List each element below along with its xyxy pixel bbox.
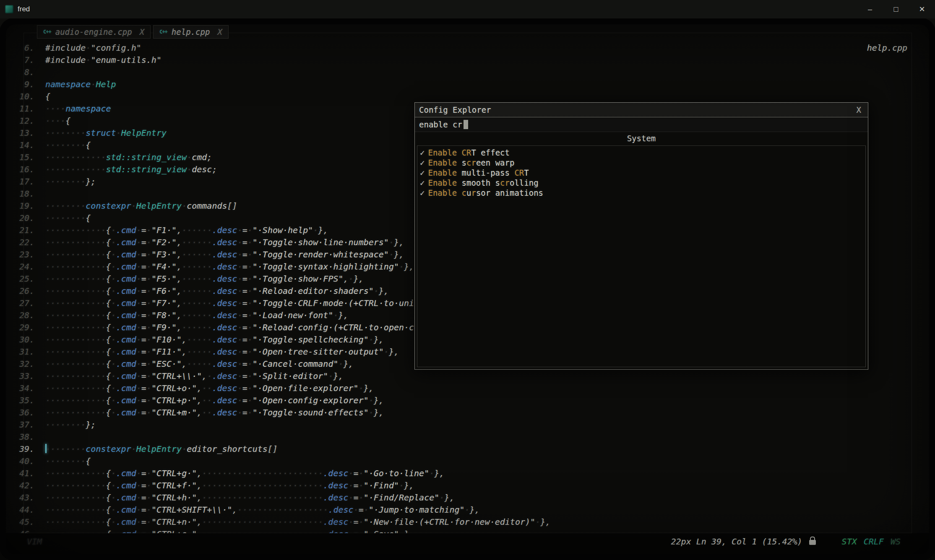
minimize-button[interactable]: –	[857, 0, 883, 18]
window-controls: – □ ✕	[857, 0, 935, 18]
code-token: ·	[237, 310, 242, 320]
code-token: ,	[177, 249, 182, 259]
code-token: ·	[111, 286, 116, 296]
line-number: 30.	[8, 334, 34, 346]
config-option[interactable]: ✓Enable screen warp	[418, 158, 865, 168]
code-token: .cmd	[116, 359, 136, 369]
config-option[interactable]: ✓Enable cursor animations	[418, 188, 865, 198]
popup-title: Config Explorer	[419, 105, 491, 114]
code-token: .cmd	[116, 517, 136, 527]
code-line[interactable]: 38.	[8, 431, 550, 443]
code-token: .desc	[212, 262, 237, 272]
code-line[interactable]: 10.{	[8, 91, 550, 103]
code-token: ·	[247, 322, 253, 332]
code-token: "CTRL+SHIFT+\\·"	[151, 505, 232, 515]
code-line[interactable]: 9.namespace·Help	[8, 78, 550, 91]
code-token: ·	[136, 468, 141, 478]
code-token: ·	[465, 505, 470, 515]
code-line-text: ············{·.cmd·=·"F11·",·····.desc·=…	[34, 346, 399, 358]
lock-icon	[809, 540, 816, 545]
code-token: ·	[111, 517, 116, 527]
code-line[interactable]: 34.············{·.cmd·=·"CTRL+o·",··.des…	[8, 382, 550, 394]
code-token: ,	[177, 286, 182, 296]
code-token: []	[227, 201, 237, 211]
code-token: .cmd	[116, 383, 136, 393]
config-label-segment	[457, 188, 461, 197]
tab-close-icon[interactable]: X	[140, 27, 144, 36]
code-token: ··	[202, 383, 212, 393]
checkbox-checked-icon: ✓	[420, 148, 425, 157]
line-number: 10.	[8, 91, 34, 103]
code-line[interactable]: 42.············{·.cmd·=·"CTRL+f·",······…	[8, 480, 550, 492]
code-line[interactable]: 43.············{·.cmd·=·"CTRL+h·",······…	[8, 492, 550, 504]
code-token: =	[354, 468, 359, 478]
code-token: ·	[136, 237, 141, 247]
tab-close-icon[interactable]: X	[217, 27, 222, 36]
code-token: struct	[86, 128, 116, 138]
code-token: ,	[197, 407, 202, 417]
code-token: =	[242, 334, 247, 345]
code-token: {	[106, 359, 111, 369]
config-option[interactable]: ✓Enable smooth scrolling	[418, 178, 865, 188]
code-token: "·Go·to·line"	[364, 468, 430, 478]
line-number: 45.	[8, 516, 34, 528]
config-option[interactable]: ✓Enable multi-pass CRT	[418, 168, 865, 178]
code-line[interactable]: 33.············{·.cmd·=·"CTRL+\\·",·.des…	[8, 370, 550, 382]
code-line-text: ········{	[34, 455, 91, 467]
code-line[interactable]: 41.············{·.cmd·=·"CTRL+g·",······…	[8, 467, 550, 480]
code-token: ·	[111, 371, 116, 381]
code-token: },	[333, 371, 343, 381]
code-token: "·Toggle·show·FPS"	[253, 274, 344, 284]
code-token: ·	[247, 371, 253, 381]
code-token: ········	[45, 456, 86, 466]
code-line[interactable]: 35.············{·.cmd·=·"CTRL+p·",··.des…	[8, 394, 550, 407]
code-line[interactable]: 37.········};	[8, 419, 550, 431]
close-button[interactable]: ✕	[909, 0, 935, 18]
code-line[interactable]: 40.········{	[8, 455, 550, 467]
code-token: "F7·"	[151, 298, 177, 308]
config-search-input[interactable]: enable cr	[415, 117, 868, 132]
checkbox-checked-icon: ✓	[420, 168, 425, 177]
code-token: ·	[247, 298, 253, 308]
code-token: "enum-utils.h"	[91, 55, 161, 65]
popup-close-icon[interactable]: X	[857, 105, 864, 114]
code-line-text	[34, 66, 45, 78]
code-token: =	[141, 480, 146, 490]
code-token: "CTRL+h·"	[151, 493, 197, 503]
code-token: ·	[384, 347, 389, 357]
tab-help[interactable]: C++ help.cpp X	[153, 25, 229, 39]
line-number: 37.	[8, 419, 34, 431]
code-token: ············	[45, 347, 106, 357]
code-line[interactable]: 36.············{·.cmd·=·"CTRL+m·",··.des…	[8, 407, 550, 419]
code-token: ························	[202, 480, 323, 490]
code-token: ·	[359, 480, 364, 490]
maximize-button[interactable]: □	[883, 0, 909, 18]
code-token: ·	[399, 480, 404, 490]
code-line[interactable]: 7.#include·"enum-utils.h"	[8, 54, 550, 66]
line-number: 9.	[8, 78, 34, 91]
code-token: ,	[177, 298, 182, 308]
code-line[interactable]: 44.············{·.cmd·=·"CTRL+SHIFT+\\·"…	[8, 504, 550, 516]
code-line[interactable]: 6.#include·"config.h"	[8, 42, 550, 54]
config-label-segment: een warp	[476, 158, 515, 167]
code-line[interactable]: 8.	[8, 66, 550, 78]
code-line[interactable]: 39.········constexpr·HelpEntry·editor_sh…	[8, 443, 550, 455]
code-token: ·	[237, 249, 242, 259]
code-line[interactable]: 45.············{·.cmd·=·"CTRL+n·",······…	[8, 516, 550, 528]
config-option[interactable]: ✓Enable CRT effect	[418, 148, 865, 158]
code-token: =	[354, 480, 359, 490]
code-token: ····	[45, 116, 65, 126]
code-token: "F3·"	[151, 249, 177, 259]
line-number: 11.	[8, 103, 34, 115]
config-option-label: Enable multi-pass CRT	[428, 168, 529, 177]
code-line-text: ········constexpr·HelpEntry·commands[]	[34, 200, 237, 212]
code-token: ·	[146, 334, 151, 345]
code-token: ············	[45, 298, 106, 308]
code-token: ·	[328, 371, 333, 381]
tab-audio-engine[interactable]: C++ audio-engine.cpp X	[37, 25, 151, 39]
tab-label: help.cpp	[172, 27, 210, 36]
crt-screen: 6.#include·"config.h"7.#include·"enum-ut…	[0, 18, 935, 560]
code-token: ·	[237, 359, 242, 369]
code-token: ·	[111, 298, 116, 308]
line-number: 31.	[8, 346, 34, 358]
